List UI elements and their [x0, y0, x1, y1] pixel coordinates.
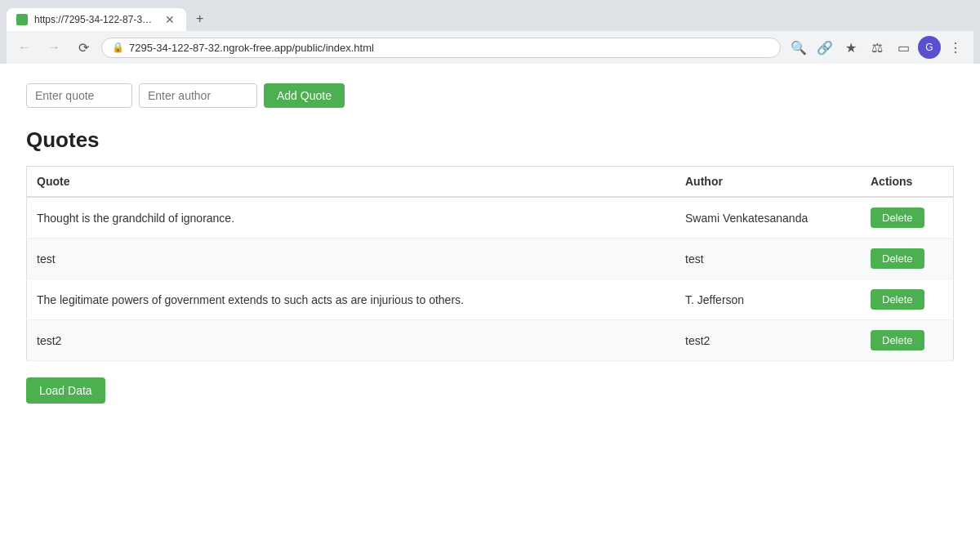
- table-cell-quote: The legitimate powers of government exte…: [27, 279, 676, 320]
- forward-button[interactable]: →: [42, 36, 65, 59]
- browser-toolbar: ← → ⟳ 🔒 🔍 🔗 ★ ⚖ ▭ G ⋮: [7, 31, 973, 64]
- load-data-button[interactable]: Load Data: [26, 377, 105, 404]
- col-header-author: Author: [675, 167, 861, 198]
- table-row: testtestDelete: [27, 239, 954, 279]
- tab-close-button[interactable]: ✕: [163, 13, 176, 26]
- back-button[interactable]: ←: [13, 36, 36, 59]
- share-button[interactable]: 🔗: [813, 36, 836, 59]
- extensions-button[interactable]: ⚖: [866, 36, 889, 59]
- table-cell-actions: Delete: [861, 320, 954, 361]
- table-cell-actions: Delete: [861, 239, 954, 279]
- author-input[interactable]: [139, 83, 257, 108]
- add-quote-form: Add Quote: [26, 83, 954, 108]
- active-tab[interactable]: https://7295-34-122-87-32.ngro ✕: [7, 8, 186, 31]
- profile-avatar[interactable]: G: [918, 36, 941, 59]
- tab-title: https://7295-34-122-87-32.ngro: [34, 14, 157, 25]
- table-cell-author: Swami Venkatesananda: [675, 197, 861, 239]
- table-cell-quote: Thought is the grandchild of ignorance.: [27, 197, 676, 239]
- table-row: The legitimate powers of government exte…: [27, 279, 954, 320]
- refresh-button[interactable]: ⟳: [72, 36, 95, 59]
- table-cell-author: test: [675, 239, 861, 279]
- split-view-button[interactable]: ▭: [892, 36, 915, 59]
- table-cell-actions: Delete: [861, 197, 954, 239]
- page-content: Add Quote Quotes Quote Author Actions Th…: [0, 64, 980, 558]
- quote-input[interactable]: [26, 83, 132, 108]
- delete-button[interactable]: Delete: [871, 248, 924, 269]
- toolbar-right: 🔍 🔗 ★ ⚖ ▭ G ⋮: [787, 36, 967, 59]
- quotes-table: Quote Author Actions Thought is the gran…: [26, 166, 954, 361]
- delete-button[interactable]: Delete: [871, 208, 924, 228]
- quotes-section-title: Quotes: [26, 127, 954, 153]
- browser-chrome: https://7295-34-122-87-32.ngro ✕ + ← → ⟳…: [0, 0, 980, 64]
- add-quote-button[interactable]: Add Quote: [264, 83, 345, 108]
- table-header-row: Quote Author Actions: [27, 167, 954, 198]
- address-bar-container[interactable]: 🔒: [101, 38, 781, 58]
- address-bar[interactable]: [129, 42, 770, 54]
- table-cell-actions: Delete: [861, 279, 954, 320]
- table-row: Thought is the grandchild of ignorance.S…: [27, 197, 954, 239]
- browser-tabs: https://7295-34-122-87-32.ngro ✕ +: [7, 7, 973, 31]
- table-cell-author: T. Jefferson: [675, 279, 861, 320]
- new-tab-button[interactable]: +: [188, 7, 212, 31]
- menu-button[interactable]: ⋮: [944, 36, 967, 59]
- table-cell-author: test2: [675, 320, 861, 361]
- lock-icon: 🔒: [112, 42, 124, 53]
- table-cell-quote: test2: [27, 320, 676, 361]
- table-row: test2test2Delete: [27, 320, 954, 361]
- delete-button[interactable]: Delete: [871, 330, 924, 350]
- table-cell-quote: test: [27, 239, 676, 279]
- col-header-actions: Actions: [861, 167, 954, 198]
- col-header-quote: Quote: [27, 167, 676, 198]
- search-button[interactable]: 🔍: [787, 36, 810, 59]
- tab-favicon: [16, 14, 28, 25]
- delete-button[interactable]: Delete: [871, 289, 924, 310]
- bookmark-button[interactable]: ★: [840, 36, 862, 59]
